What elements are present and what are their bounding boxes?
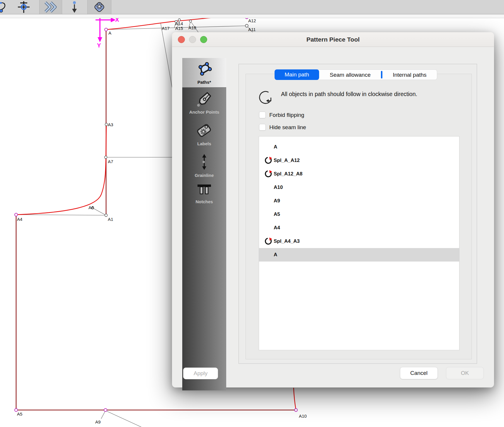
tab-seam-allowance[interactable]: Seam allowance <box>319 70 381 80</box>
grainline-icon <box>200 153 209 172</box>
path-object-label: Spl_A4_A3 <box>274 238 300 244</box>
ok-button[interactable]: OK <box>446 367 484 379</box>
sidebar-item-label: Anchor Points <box>189 110 219 115</box>
close-window-button[interactable] <box>178 36 185 43</box>
origin-crosshair-icon[interactable] <box>16 0 32 14</box>
clockwise-rotation-icon <box>259 90 275 108</box>
hide-seam-line-row: Hide seam line <box>259 124 306 131</box>
path-object-label: A10 <box>274 185 283 190</box>
pattern-point-label: A4 <box>17 217 22 222</box>
path-object-label: A5 <box>274 211 280 217</box>
path-object-label: A4 <box>274 225 280 231</box>
path-object-label: A <box>274 252 277 258</box>
sidebar-item-labels[interactable]: Labels <box>182 122 226 150</box>
path-list-item[interactable]: Spl_A4_A3 <box>259 235 459 248</box>
pattern-point-label: A1 <box>108 217 113 222</box>
tab-main-path[interactable]: Main path <box>275 69 319 80</box>
minimize-window-button[interactable] <box>189 36 196 43</box>
path-list-item[interactable]: A5 <box>259 208 459 221</box>
pattern-point-label: A3 <box>108 122 113 127</box>
tab-bar: Main path Seam allowance Internal paths <box>275 69 437 80</box>
pattern-piece-tool-dialog: Pattern Piece Tool Paths* Anchor Points … <box>172 32 494 387</box>
path-object-label: Spl_A12_A8 <box>274 171 302 177</box>
path-list-item[interactable]: Spl_A_A12 <box>259 154 459 167</box>
forbid-flipping-checkbox[interactable] <box>259 112 266 118</box>
vertical-arrow-icon[interactable] <box>66 0 83 14</box>
pattern-point-label: A18 <box>188 25 196 30</box>
pattern-point-label: A17 <box>162 26 170 31</box>
pattern-point-label: A14 <box>175 21 183 26</box>
forbid-flipping-row: Forbid flipping <box>259 112 304 118</box>
path-list-item[interactable]: A10 <box>259 181 459 194</box>
sidebar-item-anchor-points[interactable]: Anchor Points <box>182 91 226 119</box>
double-chevron-icon[interactable] <box>39 0 62 14</box>
cancel-button[interactable]: Cancel <box>400 367 438 379</box>
sidebar-item-paths[interactable]: Paths* <box>182 58 226 88</box>
sidebar-item-label: Labels <box>197 141 211 146</box>
sidebar-item-label: Notches <box>195 199 213 204</box>
zoom-window-button[interactable] <box>200 36 207 43</box>
hide-seam-line-label: Hide seam line <box>269 124 306 131</box>
axis-y-label: Y <box>97 42 101 49</box>
path-object-label: A <box>274 144 277 150</box>
tab-internal-paths[interactable]: Internal paths <box>382 70 437 80</box>
path-object-label: A9 <box>274 198 280 204</box>
main-toolbar <box>0 0 504 14</box>
notches-icon <box>196 183 212 198</box>
sidebar-item-label: Grainline <box>195 173 214 178</box>
pattern-point-label: A5 <box>17 411 22 416</box>
pattern-point-label: A9 <box>95 419 101 424</box>
path-list-item[interactable]: Spl_A12_A8 <box>259 167 459 181</box>
clockwise-arrow-icon <box>264 156 272 165</box>
pattern-point-label: A10 <box>299 414 307 419</box>
application-window: AA17A14A15A18A12A11A3A7A6A1A4A5A9A10 X Y… <box>0 0 504 427</box>
path-list-item[interactable]: A <box>259 140 459 154</box>
pattern-point-label: A11 <box>248 27 256 32</box>
hide-seam-line-checkbox[interactable] <box>259 124 266 131</box>
pattern-point-label: A7 <box>108 159 113 164</box>
clockwise-note-text: All objects in path should follow in clo… <box>281 90 445 98</box>
forbid-flipping-label: Forbid flipping <box>269 112 304 118</box>
clockwise-arrow-icon <box>264 237 272 245</box>
sidebar-item-label: Paths* <box>197 80 211 85</box>
sidebar-item-notches[interactable]: Notches <box>182 183 226 210</box>
toolbar-separator <box>0 14 504 18</box>
path-object-label: Spl_A_A12 <box>274 158 300 163</box>
gear-badge-icon[interactable] <box>87 0 111 14</box>
dialog-sidebar: Paths* Anchor Points Labels Grainline <box>182 58 226 390</box>
sidebar-item-grainline[interactable]: Grainline <box>182 153 226 180</box>
apply-button[interactable]: Apply <box>183 368 218 379</box>
path-list-item[interactable]: A9 <box>259 194 459 208</box>
pattern-point-label: A12 <box>248 18 256 23</box>
pattern-point-label: A15 <box>175 26 183 31</box>
anchor-points-icon <box>196 91 212 108</box>
main-path-object-list[interactable]: ASpl_A_A12Spl_A12_A8A10A9A5A4Spl_A4_A3A <box>259 136 459 350</box>
paths-icon <box>196 61 213 78</box>
pattern-point-label: A6 <box>88 205 94 210</box>
dialog-titlebar[interactable] <box>172 32 494 47</box>
clockwise-arrow-icon <box>264 170 272 178</box>
path-list-item[interactable]: A <box>259 248 459 262</box>
pattern-point-label: A <box>108 30 111 35</box>
path-list-item[interactable]: A4 <box>259 221 459 235</box>
labels-icon <box>196 122 213 140</box>
curve-node-icon[interactable] <box>0 0 10 14</box>
